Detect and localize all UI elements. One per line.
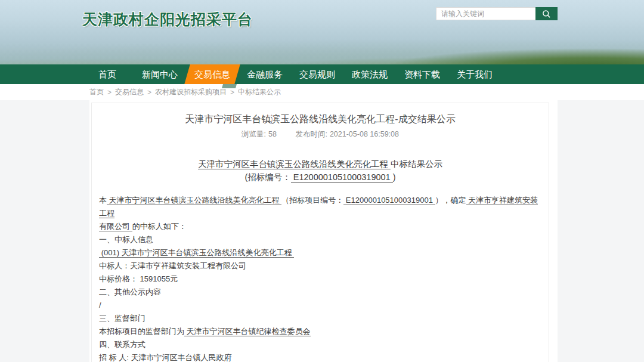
plain-text: (招标编号： <box>244 172 290 182</box>
body-line: 四、联系方式 <box>99 338 541 351</box>
plain-text: ），确定 <box>435 196 466 205</box>
plain-text: 三、监督部门 <box>99 314 145 323</box>
article-body: 本 天津市宁河区丰台镇滨玉公路线沿线美化亮化工程 （招标项目编号： E12000… <box>99 194 541 362</box>
plain-text: ) <box>393 172 396 182</box>
search-bar <box>436 7 558 20</box>
underlined-text: 天津市宁河区丰台镇纪律检查委员会 <box>184 327 311 336</box>
plain-text: 一、中标人信息 <box>99 235 153 244</box>
underlined-text: 有限公司 <box>99 222 132 231</box>
article-subtitle: 天津市宁河区丰台镇滨玉公路线沿线美化亮化工程 中标结果公示 <box>99 157 541 171</box>
article-container: 天津市宁河区丰台镇滨玉公路线沿线美化亮化工程-成交结果公示 浏览量:58 发布时… <box>91 103 549 362</box>
plain-text: 本 <box>99 196 107 205</box>
body-line: 招 标 人: 天津市宁河区丰台镇人民政府 <box>99 351 541 362</box>
article-title: 天津市宁河区丰台镇滨玉公路线沿线美化亮化工程-成交结果公示 <box>99 113 541 126</box>
plain-text: 四、联系方式 <box>99 340 145 349</box>
plain-text: 本招标项目的监督部门为 <box>99 327 184 336</box>
page-background: 天津市宁河区丰台镇滨玉公路线沿线美化亮化工程-成交结果公示 浏览量:58 发布时… <box>0 100 644 362</box>
nav-item-交易规则[interactable]: 交易规则 <box>291 64 343 84</box>
body-line: 一、中标人信息 <box>99 233 541 246</box>
underlined-text: E1200001051000319001 <box>343 196 435 205</box>
breadcrumb: 首页>交易信息>农村建设招标采购项目>中标结果公示 <box>0 84 644 100</box>
body-line: 中标价格： 1591055元 <box>99 273 541 286</box>
site-banner: 天津政村企阳光招采平台 <box>0 0 644 64</box>
publish-label: 发布时间: <box>295 130 327 138</box>
plain-text: 中标价格： 1591055元 <box>99 274 178 283</box>
breadcrumb-separator: > <box>107 88 112 97</box>
nav-item-首页[interactable]: 首页 <box>81 64 134 84</box>
breadcrumb-item-首页[interactable]: 首页 <box>89 87 104 97</box>
plain-text: 中标结果公示 <box>391 159 442 169</box>
plain-text: 招 标 人: 天津市宁河区丰台镇人民政府 <box>99 353 231 362</box>
search-icon <box>542 10 551 18</box>
plain-text: （招标项目编号： <box>281 196 343 205</box>
breadcrumb-item-交易信息[interactable]: 交易信息 <box>115 87 144 97</box>
underlined-text: 天津市宁河区丰台镇滨玉公路线沿线美化亮化工程 <box>198 159 391 169</box>
underlined-text: E1200001051000319001 <box>291 172 393 182</box>
plain-text: / <box>99 301 101 310</box>
body-line: 本 天津市宁河区丰台镇滨玉公路线沿线美化亮化工程 （招标项目编号： E12000… <box>99 194 541 220</box>
nav-item-资料下载[interactable]: 资料下载 <box>396 64 448 84</box>
nav-item-政策法规[interactable]: 政策法规 <box>343 64 396 84</box>
publish-group: 发布时间:2021-05-08 16:59:08 <box>295 130 399 138</box>
breadcrumb-item-农村建设招标采购项目[interactable]: 农村建设招标采购项目 <box>155 87 227 97</box>
body-line: 有限公司 的中标人如下： <box>99 220 541 233</box>
plain-text: 中标人：天津市亨祥建筑安装工程有限公司 <box>99 261 246 270</box>
body-line: 三、监督部门 <box>99 312 541 325</box>
nav-item-关于我们[interactable]: 关于我们 <box>448 64 501 84</box>
breadcrumb-separator: > <box>230 88 234 97</box>
nav-item-新闻中心[interactable]: 新闻中心 <box>134 64 186 84</box>
site-title: 天津政村企阳光招采平台 <box>82 10 253 29</box>
plain-text: 的中标人如下： <box>132 222 187 231</box>
main-navbar: 首页新闻中心交易信息金融服务交易规则政策法规资料下载关于我们 <box>0 64 644 84</box>
breadcrumb-item-中标结果公示[interactable]: 中标结果公示 <box>238 87 281 97</box>
views-label: 浏览量: <box>242 130 266 138</box>
nav-item-交易信息[interactable]: 交易信息 <box>186 64 239 84</box>
body-line: (001) 天津市宁河区丰台镇滨玉公路线沿线美化亮化工程 <box>99 246 541 259</box>
article-meta: 浏览量:58 发布时间:2021-05-08 16:59:08 <box>99 129 541 140</box>
body-line: 中标人：天津市亨祥建筑安装工程有限公司 <box>99 259 541 273</box>
breadcrumb-separator: > <box>147 88 151 97</box>
underlined-text: (001) 天津市宁河区丰台镇滨玉公路线沿线美化亮化工程 <box>99 248 294 258</box>
underlined-text: 天津市宁河区丰台镇滨玉公路线沿线美化亮化工程 <box>107 196 281 205</box>
search-input[interactable] <box>436 7 535 20</box>
plain-text: 二、其他公示内容 <box>99 287 161 296</box>
nav-item-金融服务[interactable]: 金融服务 <box>239 64 291 84</box>
search-button[interactable] <box>535 7 558 20</box>
content-panel: 天津市宁河区丰台镇滨玉公路线沿线美化亮化工程-成交结果公示 浏览量:58 发布时… <box>89 100 558 362</box>
views-group: 浏览量:58 <box>242 130 277 138</box>
views-count: 58 <box>268 130 277 138</box>
publish-time: 2021-05-08 16:59:08 <box>330 130 399 138</box>
body-line: 二、其他公示内容 <box>99 286 541 299</box>
body-line: / <box>99 299 541 312</box>
body-line: 本招标项目的监督部门为 天津市宁河区丰台镇纪律检查委员会 <box>99 325 541 338</box>
article-tender-number: (招标编号： E1200001051000319001 ) <box>99 171 541 184</box>
